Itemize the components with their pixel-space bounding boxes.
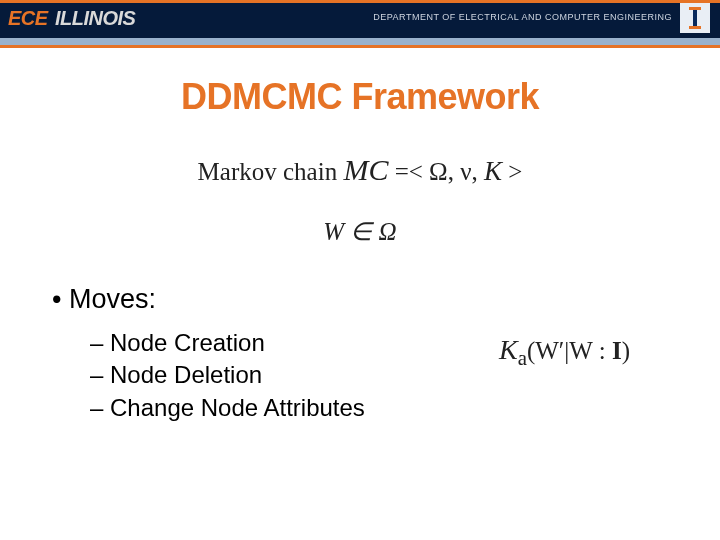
slide: ECE ILLINOIS DEPARTMENT OF ELECTRICAL AN…	[0, 0, 720, 540]
slide-title: DDMCMC Framework	[0, 76, 720, 118]
kernel-I: I	[612, 337, 622, 364]
illinois-i-icon	[680, 3, 710, 33]
kernel-k-symbol: K	[499, 334, 518, 365]
header-subband	[0, 38, 720, 48]
header-accent-line	[0, 0, 720, 3]
equation-markov-chain: Markov chain MC =< Ω, ν, K >	[0, 153, 720, 187]
header-bar: ECE ILLINOIS DEPARTMENT OF ELECTRICAL AN…	[0, 0, 720, 38]
equation-kernel: Ka(W′|W : I)	[499, 334, 630, 371]
equation-w-in-omega: W ∈ Ω	[0, 217, 720, 246]
bullet-moves: Moves:	[52, 284, 720, 315]
mc-equals: =< Ω, ν,	[395, 158, 484, 185]
department-label: DEPARTMENT OF ELECTRICAL AND COMPUTER EN…	[373, 12, 672, 22]
kernel-args-open: (W′|W :	[527, 337, 612, 364]
mc-close: >	[508, 158, 522, 185]
sub-bullet-change-attributes: Change Node Attributes	[90, 392, 720, 424]
mc-symbol: MC	[343, 153, 388, 186]
logo-ece: ECE	[8, 7, 48, 30]
mc-kernel-symbol: K	[484, 156, 502, 186]
markov-chain-label: Markov chain	[198, 158, 344, 185]
kernel-args-close: )	[622, 337, 630, 364]
kernel-subscript: a	[518, 346, 527, 370]
logo-illinois: ILLINOIS	[55, 7, 135, 30]
w-in-omega-text: W ∈ Ω	[323, 218, 396, 245]
equation-block: Markov chain MC =< Ω, ν, K > W ∈ Ω	[0, 153, 720, 246]
